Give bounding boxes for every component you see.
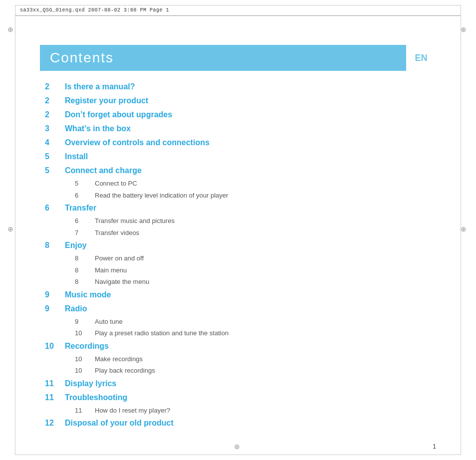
toc-number: 10 [75,354,95,364]
toc-entry: 2Don’t forget about upgrades [45,109,431,121]
toc-number: 10 [75,328,95,338]
toc-number: 6 [75,216,95,226]
toc-label: Enjoy [65,239,87,251]
toc-number: 4 [45,137,65,149]
toc-entry: 9Music mode [45,289,431,301]
toc-label: Navigate the menu [95,277,149,287]
toc-entry: 12Disposal of your old product [45,417,431,429]
toc-label: Auto tune [95,317,123,327]
toc-label: Is there a manual? [65,81,135,93]
toc-entry: 6Transfer [45,202,431,214]
toc-label: Recordings [65,340,109,352]
toc-number: 5 [45,165,65,177]
toc-entry: 6Read the battery level indication of yo… [45,191,431,201]
toc-number: 5 [75,179,95,189]
content-area: Contents EN 2Is there a manual?2Register… [40,45,436,445]
toc-entry: 11Display lyrics [45,378,431,390]
toc-number: 8 [45,239,65,251]
toc-number: 9 [75,317,95,327]
toc-number: 6 [45,202,65,214]
toc-number: 11 [75,406,95,416]
toc-label: Make recordings [95,354,143,364]
toc-number: 7 [75,228,95,238]
toc-number: 9 [45,289,65,301]
toc-entry: 4Overview of controls and connections [45,137,431,149]
reg-mark-mid-left [7,225,15,232]
toc-entry: 5Connect and charge [45,165,431,177]
toc: 2Is there a manual?2Register your produc… [40,81,436,429]
toc-entry: 9Radio [45,303,431,315]
toc-number: 8 [75,277,95,287]
toc-number: 10 [75,366,95,376]
toc-entry: 5Install [45,151,431,163]
reg-mark-top-left [7,25,15,33]
toc-label: Read the battery level indication of you… [95,191,228,201]
toc-number: 12 [45,417,65,429]
reg-mark-top-right [461,25,469,33]
toc-label: Play a preset radio station and tune the… [95,328,229,338]
toc-label: What’s in the box [65,123,131,135]
toc-entry: 8Enjoy [45,239,431,251]
toc-label: Connect and charge [65,165,142,177]
toc-entry: 2Register your product [45,95,431,107]
toc-label: Main menu [95,265,127,275]
toc-label: Music mode [65,289,111,301]
toc-label: Install [65,151,88,163]
page-number: 1 [433,443,436,450]
toc-entry: 5Connect to PC [45,179,431,189]
toc-entry: 11Troubleshooting [45,392,431,404]
toc-number: 11 [45,392,65,404]
toc-number: 10 [45,340,65,352]
toc-entry: 10Make recordings [45,354,431,364]
toc-label: Disposal of your old product [65,417,174,429]
toc-entry: 10Play back recordings [45,366,431,376]
toc-entry: 8Navigate the menu [45,277,431,287]
toc-number: 8 [75,265,95,275]
toc-entry: 8Main menu [45,265,431,275]
toc-label: Troubleshooting [65,392,127,404]
toc-number: 11 [45,378,65,390]
toc-label: How do I reset my player? [95,406,170,416]
toc-number: 2 [45,109,65,121]
reg-mark-mid-right [461,225,469,232]
toc-number: 5 [45,151,65,163]
toc-number: 9 [45,303,65,315]
contents-title: Contents [50,50,114,66]
toc-entry: 10Recordings [45,340,431,352]
toc-label: Radio [65,303,87,315]
contents-banner: Contents EN [40,45,436,71]
toc-label: Display lyrics [65,378,116,390]
toc-label: Transfer [65,202,96,214]
toc-label: Don’t forget about upgrades [65,109,172,121]
toc-number: 2 [45,95,65,107]
toc-number: 3 [45,123,65,135]
toc-label: Play back recordings [95,366,155,376]
toc-entry: 10Play a preset radio station and tune t… [45,328,431,338]
toc-label: Register your product [65,95,148,107]
toc-label: Overview of controls and connections [65,137,210,149]
toc-number: 6 [75,191,95,201]
toc-entry: 7Transfer videos [45,228,431,238]
toc-number: 2 [45,81,65,93]
toc-label: Power on and off [95,253,144,263]
toc-entry: 2Is there a manual? [45,81,431,93]
toc-label: Connect to PC [95,179,137,189]
toc-entry: 8Power on and off [45,253,431,263]
toc-entry: 3What’s in the box [45,123,431,135]
toc-entry: 11How do I reset my player? [45,406,431,416]
toc-number: 8 [75,253,95,263]
toc-label: Transfer music and pictures [95,216,175,226]
toc-entry: 9Auto tune [45,317,431,327]
toc-entry: 6Transfer music and pictures [45,216,431,226]
toc-label: Transfer videos [95,228,139,238]
en-badge: EN [406,45,436,71]
